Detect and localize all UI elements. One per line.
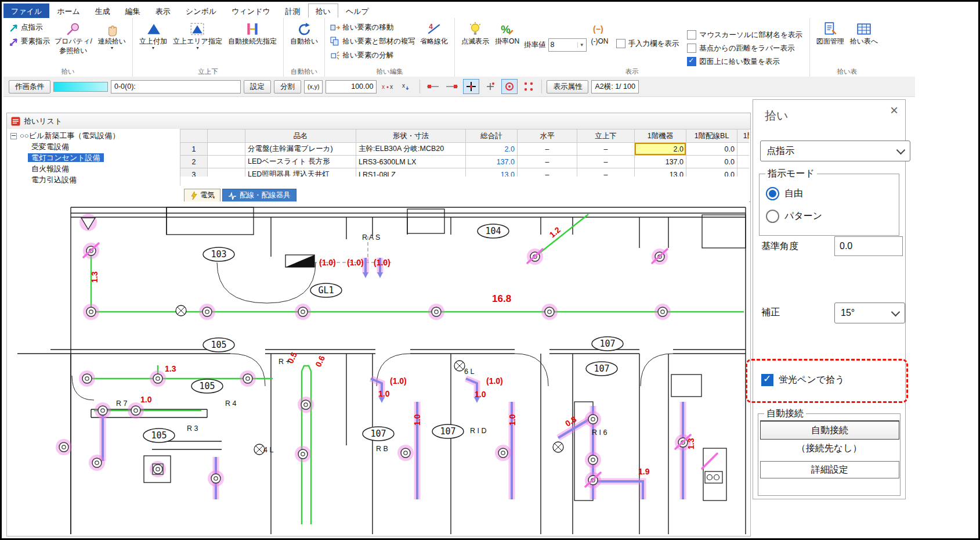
menu-tab[interactable]: 拾い (308, 3, 338, 18)
table-cell[interactable]: 1 (180, 143, 208, 156)
minus-on-button[interactable]: (−) (-)ON (588, 20, 612, 46)
menu-tab[interactable]: 生成 (88, 3, 118, 18)
view-checkbox[interactable]: 基点からの距離をラバー表示 (687, 44, 802, 53)
display-attributes-button[interactable]: 表示属性 (547, 80, 588, 93)
coordinate-mode-button[interactable]: (x,y) (304, 80, 323, 93)
table-cell[interactable]: 分電盤(主幹漏電ブレーカ) (245, 143, 356, 156)
column-header[interactable] (208, 129, 245, 143)
snap-subscript-icon[interactable]: x (399, 79, 415, 94)
element-pick-button[interactable]: 要素指示 (7, 35, 52, 48)
table-cell[interactable]: 0.0 (686, 156, 737, 168)
table-cell[interactable]: LEDベースライト 長方形 (245, 156, 356, 168)
detail-settings-button[interactable]: 詳細設定 (760, 461, 899, 478)
base-angle-input[interactable]: 0.0 (834, 236, 903, 256)
table-cell[interactable]: – (518, 168, 577, 177)
menu-tab[interactable]: ウィンドウ (224, 3, 278, 18)
table-cell[interactable]: – (577, 168, 635, 177)
split-button[interactable]: 分割 (274, 80, 301, 93)
column-header[interactable]: 品名 (245, 129, 356, 143)
menu-tab[interactable]: 編集 (118, 3, 148, 18)
draw-condition-button[interactable]: 作画条件 (9, 80, 50, 93)
table-cell[interactable] (208, 156, 245, 168)
menu-tab[interactable]: シンボル (178, 3, 224, 18)
table-cell[interactable] (208, 168, 245, 177)
table-cell[interactable]: 137.0 (466, 156, 518, 168)
menu-tab[interactable]: 表示 (148, 3, 178, 18)
table-cell[interactable]: 137.0 (635, 156, 686, 168)
column-header[interactable]: 総合計 (466, 129, 518, 143)
auto-pick-button[interactable]: 自動拾い (287, 20, 321, 46)
tree-root[interactable]: ○○ビル新築工事（電気設備） (7, 129, 180, 142)
auto-connect-target-button[interactable]: 自動接続先指定 (225, 20, 280, 46)
rate-on-button[interactable]: % 掛率ON (492, 20, 522, 46)
rate-value-select[interactable]: 8 ▼ (548, 38, 587, 52)
table-cell[interactable]: 主幹:ELB30A 分岐:MCB20 (356, 143, 466, 156)
point-pick-button[interactable]: 点指示 (7, 21, 52, 34)
tab-haisen-kigu[interactable]: 配線・配線器具 (222, 189, 296, 201)
table-cell[interactable]: 0.0 (737, 168, 750, 177)
highlighter-checkbox[interactable]: 蛍光ペンで拾う (761, 374, 845, 386)
tab-denki[interactable]: 電気 (184, 189, 220, 201)
tree-item[interactable]: 電灯コンセント設備 (7, 153, 180, 164)
table-cell[interactable]: 2 (180, 156, 208, 168)
menu-tab[interactable]: 計測 (278, 3, 308, 18)
table-cell[interactable] (208, 143, 245, 156)
drawing-canvas[interactable]: 103105105105104107107107107GL1(1.0)(1.0)… (7, 201, 749, 535)
menu-tab[interactable]: ファイル (3, 3, 49, 18)
scale-field[interactable]: 100.00 (326, 80, 377, 93)
layer-field[interactable]: 0-0(0): (111, 80, 241, 93)
continuous-pick-button[interactable]: 連続拾い ▼ (95, 20, 129, 50)
table-cell[interactable]: – (518, 156, 577, 168)
grid-snap-icon[interactable] (520, 79, 537, 94)
column-header[interactable]: 立上下 (577, 129, 635, 143)
settings-button[interactable]: 設定 (244, 80, 271, 93)
tree-item[interactable]: 自火報設備 (7, 164, 180, 175)
column-header[interactable]: 1階配線BL (686, 129, 737, 143)
view-checkbox[interactable]: マウスカーソルに部材名を表示 (687, 30, 802, 40)
table-cell[interactable]: 3 (180, 168, 208, 177)
view-checkbox[interactable]: 図面上に拾い数量を表示 (687, 57, 802, 67)
cross-snap-icon[interactable] (463, 79, 479, 94)
to-pickup-table-button[interactable]: 拾い表へ (847, 20, 881, 46)
pick-mode-select[interactable]: 点指示 (760, 141, 910, 161)
table-cell[interactable]: – (577, 156, 635, 168)
radio-pattern[interactable]: パターン (766, 210, 822, 223)
endpoint-snap-icon[interactable] (425, 79, 441, 94)
table-cell[interactable]: LRS1-08LZ (356, 168, 466, 177)
dropdown-arrow-icon[interactable]: ▼ (196, 46, 200, 50)
midpoint-snap-icon[interactable] (444, 79, 460, 94)
radio-free[interactable]: 自由 (766, 187, 803, 200)
table-cell[interactable]: 0.0 (737, 143, 750, 156)
menu-tab[interactable]: ホーム (49, 3, 88, 18)
table-cell[interactable]: – (518, 143, 577, 156)
sheet-manage-button[interactable]: 図面管理 (813, 20, 847, 46)
table-cell[interactable]: 2.0 (466, 143, 518, 156)
column-header[interactable]: 1階配線DL (737, 129, 750, 143)
copy-pick-element-button[interactable]: 拾い要素と部材の複写 (328, 35, 417, 48)
sheet-scale-field[interactable]: A2横: 1/ 100 (591, 80, 639, 93)
table-cell[interactable]: 0.0 (686, 143, 737, 156)
perp-snap-icon[interactable] (482, 79, 498, 94)
column-header[interactable]: 1階機器 (635, 129, 686, 143)
table-cell[interactable]: LRS3-6300LM LX (356, 156, 466, 168)
close-icon[interactable]: × (890, 103, 898, 117)
table-cell[interactable]: LED照明器具 埋込天井灯 (245, 168, 356, 177)
line-color-preview[interactable] (53, 82, 108, 92)
auto-connect-button[interactable]: 自動接続 (760, 420, 899, 440)
table-cell[interactable]: 13.0 (635, 168, 686, 177)
column-header[interactable]: 水平 (518, 129, 577, 143)
omit-line-button[interactable]: 4 省略線化 (417, 20, 451, 46)
tree-item[interactable]: 受変電設備 (7, 142, 180, 153)
table-cell[interactable]: 0.0 (686, 168, 737, 177)
dropdown-arrow-icon[interactable]: ▼ (110, 46, 114, 50)
column-header[interactable] (180, 129, 208, 143)
explode-pick-element-button[interactable]: 拾い要素の分解 (328, 49, 417, 62)
riser-add-button[interactable]: 立上付加 ▼ (136, 20, 170, 50)
blink-display-button[interactable]: 点滅表示 (458, 20, 492, 46)
riser-area-button[interactable]: 立上エリア指定 ▼ (170, 20, 225, 50)
table-cell[interactable]: 2.0 (635, 143, 686, 156)
correction-select[interactable]: 15° (834, 303, 905, 323)
tree-collapse-icon[interactable] (10, 133, 17, 139)
check-tenyuryoku[interactable]: 手入力欄を表示 (616, 39, 679, 49)
tree-item[interactable]: 電力引込設備 (7, 175, 180, 186)
